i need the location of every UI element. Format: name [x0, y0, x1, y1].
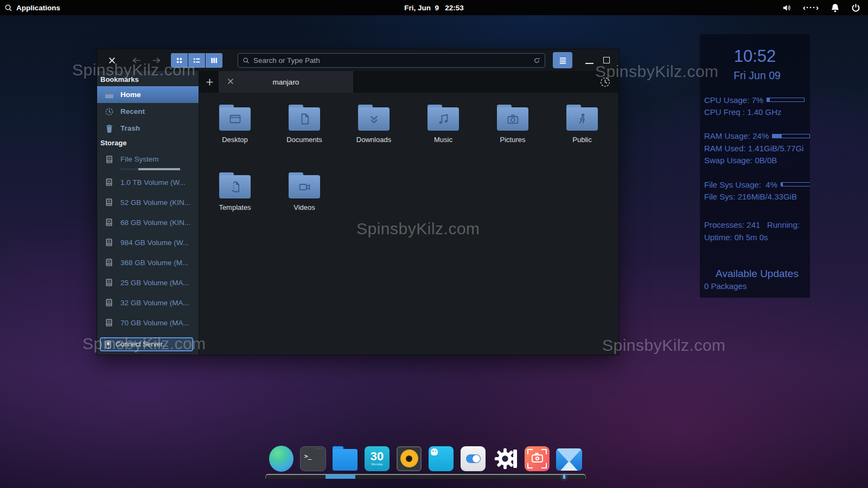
history-icon[interactable] — [599, 76, 611, 88]
dock-screenshot-icon[interactable] — [524, 445, 550, 472]
column-view-button[interactable] — [206, 53, 222, 68]
clock-label[interactable]: Fri, Jun 9 22:53 — [0, 0, 868, 15]
volume-label: 984 GB Volume (W... — [120, 239, 189, 247]
folder-icon — [358, 105, 390, 131]
hamburger-menu-button[interactable] — [553, 52, 572, 68]
sidebar-volume-item[interactable]: 70 GB Volume (MA... — [97, 313, 199, 333]
file-system-row[interactable]: File System — [97, 151, 199, 168]
trash-icon — [104, 124, 114, 133]
sidebar-volume-item[interactable]: 32 GB Volume (MA... — [97, 293, 199, 313]
dock-terminal-icon[interactable]: ···>_ — [300, 445, 326, 472]
search-icon — [242, 57, 250, 64]
drive-icon — [104, 198, 114, 207]
ram-usage-row: RAM Usage: 24% — [704, 130, 810, 142]
dock-calendar-icon[interactable]: 30Monday — [364, 445, 390, 472]
file-system-label: File System — [120, 155, 159, 163]
dock-mail-icon[interactable] — [556, 445, 582, 472]
sidebar-item-recent[interactable]: Recent — [97, 103, 199, 120]
dock-browser-icon[interactable] — [268, 445, 294, 472]
folder-pictures[interactable]: Pictures — [480, 105, 545, 172]
drive-icon — [104, 178, 114, 187]
folder-icon — [219, 105, 251, 131]
folder-music[interactable]: Music — [411, 105, 476, 172]
sidebar-item-file-system[interactable]: File System — [97, 150, 199, 170]
folder-desktop[interactable]: Desktop — [202, 105, 267, 172]
fs-bar-fill — [781, 183, 783, 186]
active-app-indicator — [326, 475, 355, 479]
file-system-usage-fill — [120, 168, 138, 170]
folder-label: Music — [434, 136, 452, 144]
drive-icon — [104, 298, 114, 307]
volume-icon[interactable] — [782, 3, 792, 12]
volume-label: 25 GB Volume (MA... — [120, 279, 189, 287]
refresh-icon[interactable] — [533, 57, 540, 64]
dock-panel-strip[interactable] — [265, 474, 586, 479]
app-indicator-dot — [563, 475, 565, 479]
folder-label: Documents — [286, 136, 322, 144]
file-manager-window: Search or Type Path Bookmarks HomeRecent… — [97, 49, 619, 355]
folder-videos[interactable]: Videos — [272, 172, 337, 240]
list-view-button[interactable] — [188, 53, 205, 68]
top-bar: Applications Fri, Jun 9 22:53 ‹···› — [0, 0, 868, 15]
folder-grid: DesktopDocumentsDownloadsMusicPicturesPu… — [200, 105, 618, 240]
folder-icon — [566, 105, 598, 131]
dock-software-center-icon[interactable] — [428, 445, 454, 472]
fs-usage-bar — [781, 182, 810, 187]
dock-tweaks-icon[interactable] — [460, 445, 486, 472]
dock: ···>_30Monday — [268, 445, 582, 472]
search-bar[interactable]: Search or Type Path — [238, 53, 545, 68]
sidebar-volume-item[interactable]: 368 GB Volume (M... — [97, 253, 199, 273]
sidebar-item-home[interactable]: Home — [97, 86, 199, 103]
window-close-button[interactable] — [107, 55, 117, 65]
sidebar-volume-item[interactable]: 984 GB Volume (W... — [97, 233, 199, 253]
power-icon[interactable] — [851, 3, 860, 12]
folder-downloads[interactable]: Downloads — [341, 105, 406, 172]
folder-icon — [497, 105, 528, 131]
updates-header: Available Updates — [704, 267, 810, 280]
tab-manjaro[interactable]: manjaro — [219, 71, 353, 93]
folder-documents[interactable]: Documents — [272, 105, 337, 172]
minimize-button[interactable] — [585, 56, 593, 64]
folder-public[interactable]: Public — [550, 105, 615, 172]
dock-settings-icon[interactable] — [492, 445, 518, 472]
sidebar-volume-item[interactable]: 52 GB Volume (KIN... — [97, 192, 199, 213]
network-icon[interactable]: ‹···› — [803, 4, 819, 11]
status-tray: ‹···› — [782, 3, 860, 12]
home-folder-icon — [104, 91, 114, 99]
connect-server-button[interactable]: Connect Server... — [100, 337, 193, 351]
tab-bar: manjaro — [199, 71, 618, 93]
monitor-time: 10:52 — [704, 47, 810, 66]
folder-label: Templates — [219, 203, 251, 211]
dock-file-manager-icon[interactable] — [332, 445, 358, 472]
updates-count: 0 Packages — [704, 280, 810, 292]
folder-icon — [427, 105, 459, 131]
volume-label: 368 GB Volume (M... — [120, 259, 188, 267]
connect-server-label: Connect Server... — [116, 341, 168, 348]
maximize-button[interactable] — [603, 57, 610, 63]
folder-templates[interactable]: Templates — [202, 172, 267, 240]
sidebar-volume-item[interactable]: 25 GB Volume (MA... — [97, 273, 199, 293]
sidebar-volumes-list: 1.0 TB Volume (W...52 GB Volume (KIN...6… — [97, 172, 199, 353]
folder-label: Videos — [293, 203, 315, 211]
processes: Processes: 241 Running: — [704, 219, 810, 231]
watermark: SpinsbyKilz.com — [602, 336, 726, 355]
drive-icon — [104, 155, 114, 164]
notifications-icon[interactable] — [831, 3, 840, 12]
applications-menu[interactable]: Applications — [4, 4, 60, 12]
sidebar-item-trash[interactable]: Trash — [97, 120, 199, 137]
dock-music-player-icon[interactable] — [396, 445, 422, 472]
sidebar-volume-item[interactable]: 68 GB Volume (KIN... — [97, 213, 199, 233]
applications-menu-label: Applications — [16, 4, 60, 12]
hamburger-icon — [558, 56, 567, 65]
folder-icon — [289, 172, 320, 198]
cpu-bar-fill — [767, 98, 770, 101]
search-icon — [4, 4, 12, 12]
forward-button[interactable] — [150, 54, 162, 66]
sidebar-volume-item[interactable]: 1.0 TB Volume (W... — [97, 172, 199, 192]
grid-view-button[interactable] — [171, 53, 188, 68]
back-button[interactable] — [131, 54, 143, 66]
folder-label: Public — [572, 136, 591, 144]
tab-close-icon[interactable] — [227, 78, 234, 85]
new-tab-button[interactable] — [203, 76, 215, 88]
bookmarks-header: Bookmarks — [97, 73, 199, 86]
